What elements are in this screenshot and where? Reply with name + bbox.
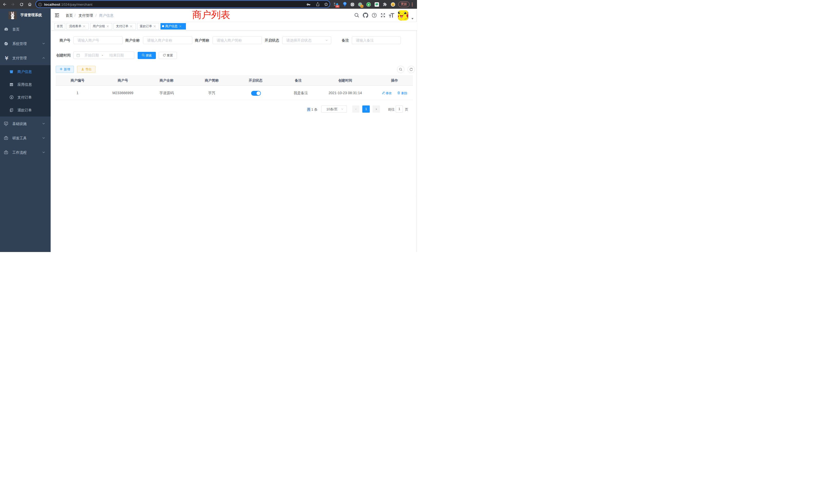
svg-text:y: y	[368, 3, 370, 6]
